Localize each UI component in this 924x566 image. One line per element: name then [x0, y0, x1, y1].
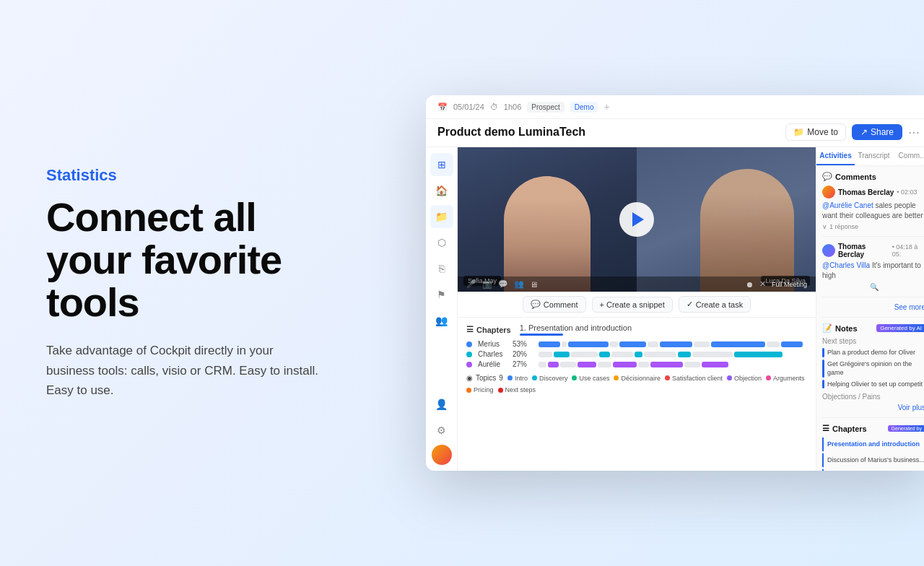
topic-discovery: Discovery [532, 375, 568, 382]
chapter-right-3[interactable]: Helping Olivier to set up competit [822, 469, 924, 471]
topics-row: ◉ Topics 9 Intro Discovery Use case [466, 374, 807, 393]
step-bar-2 [822, 360, 824, 378]
speaker-name-1: Merius [478, 340, 507, 348]
participants-icon[interactable]: 👥 [514, 279, 524, 289]
speaker-pct-2: 20% [513, 350, 533, 358]
speaker-stats: Merius 53% [466, 340, 807, 368]
speaker-timeline-3 [539, 362, 807, 367]
sidebar-icon-users[interactable]: 👥 [430, 309, 453, 332]
chapters-right-icon: ☰ [822, 424, 829, 433]
speaker-dot-3 [466, 362, 472, 367]
comment-author-row-1: Thomas Berclay • 02:03 [822, 186, 924, 199]
more-options-icon[interactable]: ⋯ [908, 126, 920, 139]
sidebar-icon-layers[interactable]: ⬡ [430, 231, 453, 254]
tab-activities[interactable]: Activities [816, 147, 855, 165]
speaker-dot-1 [466, 341, 472, 347]
mic-off-icon[interactable]: 🎤 [466, 279, 476, 289]
speaker-dot-2 [466, 352, 472, 357]
video-area: Zoom Sofia May Luca Da Silva [458, 147, 816, 292]
chat-icon[interactable]: 💬 [498, 279, 508, 289]
video-person-left: Sofia May [458, 147, 637, 292]
description: Take advantage of Cockpit directly in yo… [46, 341, 321, 400]
topic-intro: Intro [507, 375, 528, 382]
step-bar-1 [822, 348, 824, 357]
step-bar-3 [822, 380, 824, 389]
app-screenshot: 📅 05/01/24 ⏱ 1h06 Prospect Demo + Produc… [426, 95, 924, 471]
speaker-name-3: Aurélie [478, 360, 507, 368]
play-button[interactable] [619, 202, 654, 237]
tag-prospect[interactable]: Prospect [527, 102, 564, 113]
sidebar-icon-folder[interactable]: 📁 [430, 205, 453, 228]
chapter-progress-bar [520, 334, 563, 336]
record-icon[interactable]: ⏺ [746, 280, 754, 289]
speaker-timeline-2 [539, 352, 807, 357]
topic-pricing: Pricing [466, 386, 494, 393]
chapter-title: 1. Presentation and introduction [520, 323, 807, 332]
snippet-button[interactable]: + Create a snippet [592, 297, 673, 313]
play-icon [632, 212, 644, 227]
chapters-icon: ☰ [466, 325, 474, 334]
notes-icon: 📝 [822, 323, 832, 333]
chapter-right-2[interactable]: Discussion of Marius's business... [822, 453, 924, 467]
sidebar-icon-settings1[interactable]: 👤 [430, 393, 453, 416]
topic-arguments: Arguments [766, 375, 805, 382]
move-to-button[interactable]: 📁 Move to [785, 123, 846, 141]
sidebar-avatar[interactable] [432, 445, 452, 465]
voir-plus-button[interactable]: Voir plus [822, 404, 924, 412]
speaker-row: Aurélie 27% [466, 360, 807, 368]
sidebar-icon-copy[interactable]: ⎘ [430, 257, 453, 280]
comments-section-header: 💬 Comments [822, 172, 924, 181]
chapters-tab[interactable]: ☰ Chapters [466, 325, 511, 334]
sidebar-icon-files[interactable]: 🏠 [430, 179, 453, 202]
camera-icon[interactable]: 📷 [482, 279, 492, 289]
topics-label: ◉ Topics 9 [466, 374, 503, 382]
tag-demo[interactable]: Demo [570, 102, 598, 113]
speaker-pct-1: 53% [513, 340, 533, 348]
sidebar-icon-flag[interactable]: ⚑ [430, 283, 453, 306]
share-button[interactable]: ↗ Share [852, 124, 902, 140]
see-more-button[interactable]: See more [822, 303, 924, 311]
next-step-2: Get Grégoire's opinion on the game [822, 360, 924, 378]
app-sidebar: ⊞ 🏠 📁 ⬡ ⎘ ⚑ 👥 👤 ⚙ [426, 147, 458, 471]
comments-section-title: 💬 Comments [822, 172, 876, 181]
chapters-right-section: ☰ Chapters Generated by Presentation and… [822, 417, 924, 471]
video-controls-right: ⏺ ✕ Full Meeting [746, 279, 807, 289]
comment2-time: • 04:18 à 05: [892, 243, 924, 258]
comment-button[interactable]: 💬 Comment [523, 296, 586, 313]
comment1-mention: @Aurélie Canet [822, 201, 873, 209]
comment2-text: @Charles Villa It's important to high [822, 261, 924, 281]
comment2-author: Thomas Berclay [838, 243, 889, 258]
chapters-header: ☰ Chapters 1. Presentation and introduct… [466, 323, 807, 336]
chapters-section: ☰ Chapters 1. Presentation and introduct… [458, 318, 816, 471]
comment-author-row-2: Thomas Berclay • 04:18 à 05: [822, 243, 924, 258]
action-bar: 💬 Comment + Create a snippet ✓ Create a … [458, 292, 816, 318]
search-icon-row: 🔍 [822, 283, 924, 291]
next-steps-label: Next steps [822, 337, 924, 345]
person-silhouette-right [700, 169, 794, 292]
person-silhouette-left [504, 176, 590, 292]
tab-transcript[interactable]: Transcript [855, 147, 893, 165]
video-person-right: Luca Da Silva [637, 147, 816, 292]
meta-date: 05/01/24 [453, 103, 484, 111]
comment-icon: 💬 [531, 300, 541, 309]
response-toggle-1[interactable]: ∨ 1 réponse [822, 223, 924, 230]
sidebar-icon-settings2[interactable]: ⚙ [430, 419, 453, 442]
task-button[interactable]: ✓ Create a task [679, 296, 751, 313]
end-call-icon[interactable]: ✕ [759, 279, 766, 289]
headline: Connect all your favorite tools [46, 196, 329, 323]
task-icon: ✓ [687, 300, 693, 309]
speaker-row: Merius 53% [466, 340, 807, 348]
add-tag-btn[interactable]: + [603, 101, 609, 113]
tab-comments-right[interactable]: Comm... [893, 147, 924, 165]
comment2-mention: @Charles Villa [822, 261, 870, 269]
comment1-author: Thomas Berclay [838, 188, 894, 196]
ai-badge-chapters: Generated by [888, 425, 924, 432]
right-panel-content: 💬 Comments Thomas Berclay • 02:03 @Aurél… [816, 166, 924, 471]
notes-section: 📝 Notes Generated by AI Next steps Plan … [822, 317, 924, 412]
screen-icon[interactable]: 🖥 [530, 280, 538, 289]
speaker-name-2: Charles [478, 350, 507, 358]
sidebar-icon-home[interactable]: ⊞ [430, 153, 453, 176]
chapter-right-1[interactable]: Presentation and introduction [822, 437, 924, 451]
speaker-timeline-1 [539, 341, 807, 347]
right-tabs: Activities Transcript Comm... [816, 147, 924, 166]
